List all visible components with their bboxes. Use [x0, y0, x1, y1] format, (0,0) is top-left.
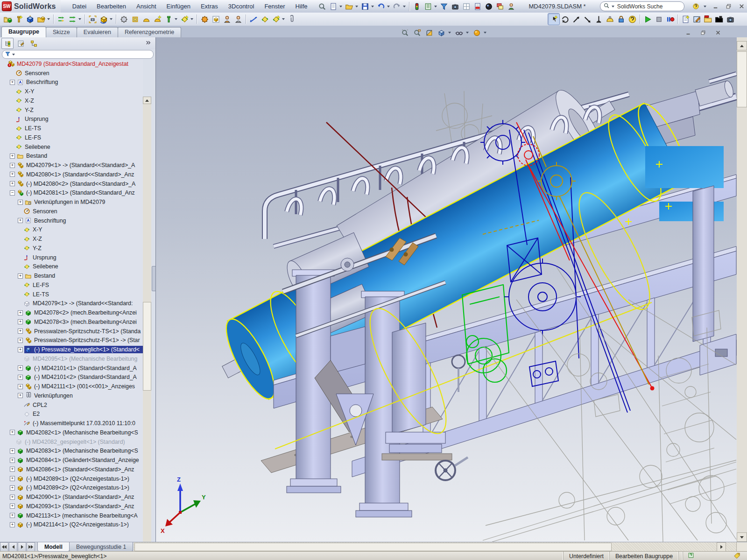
mate-star-button[interactable] — [179, 14, 190, 25]
undo-button[interactable] — [375, 1, 387, 12]
menu-3dcontrol[interactable]: 3Dcontrol — [223, 0, 260, 13]
tree-item[interactable]: Y-Z — [0, 105, 143, 115]
bottom-tab-bewegungsstudie-1[interactable]: Bewegungsstudie 1 — [69, 542, 133, 552]
traffic-light-button[interactable] — [411, 1, 423, 12]
ref-plane-star-dropdown-caret[interactable] — [282, 18, 285, 20]
tree-item[interactable]: Seilebene — [0, 142, 143, 152]
open-component-dropdown-caret[interactable] — [47, 18, 50, 20]
play-button[interactable] — [642, 14, 653, 25]
screen-capture-button[interactable] — [450, 1, 461, 12]
display-style-button[interactable] — [453, 27, 465, 38]
rotate-component-button[interactable] — [98, 14, 109, 25]
win-min-button[interactable] — [710, 1, 721, 12]
folder-dark-button[interactable] — [713, 14, 725, 25]
arrow-ne-button[interactable] — [571, 14, 582, 25]
arrow-se-button[interactable] — [582, 14, 593, 25]
redo-dropdown-caret[interactable] — [403, 6, 406, 7]
folder-red-button[interactable] — [702, 14, 713, 25]
person-orange-button[interactable] — [221, 14, 233, 25]
menu-bearbeiten[interactable]: Bearbeiten — [92, 0, 131, 13]
tree-item[interactable]: +MD42113<1> (mechanische Bearbeitung<A — [0, 511, 143, 520]
tree-expand-toggle[interactable]: + — [10, 154, 15, 159]
tree-expand-toggle[interactable]: + — [10, 172, 15, 177]
tree-item[interactable]: (-) MD42082_gespiegelt<1> (Standard) — [0, 437, 143, 447]
tree-expand-toggle[interactable]: + — [18, 393, 23, 398]
open-folder-dropdown-caret[interactable] — [355, 6, 358, 7]
component-pattern-button[interactable] — [56, 14, 67, 25]
tree-expand-toggle[interactable]: + — [18, 200, 23, 205]
tree-expand-toggle[interactable]: + — [18, 310, 23, 315]
tree-expand-toggle[interactable]: + — [18, 365, 23, 371]
tree-expand-toggle[interactable]: + — [18, 273, 23, 279]
gear-component-button[interactable] — [118, 14, 129, 25]
tree-item[interactable]: +MD42090<1> (Standard<<Standard>_Anz — [0, 492, 143, 502]
tree-item[interactable]: +(-) MD42101<1> (Standard<Standard_A — [0, 364, 143, 373]
bottom-tab-modell[interactable]: Modell — [37, 542, 70, 552]
scroll-up-arrow[interactable] — [143, 97, 151, 104]
tab-baugruppe[interactable]: Baugruppe — [1, 27, 46, 37]
scrollbar-thumb[interactable] — [737, 51, 747, 107]
tree-item[interactable]: CPL2 — [0, 400, 143, 410]
rotate-component-dropdown-caret[interactable] — [110, 18, 113, 20]
sheet-edit-button[interactable] — [691, 14, 702, 25]
bolt-green-dropdown-caret[interactable] — [175, 18, 177, 20]
help-question-button[interactable] — [627, 14, 638, 25]
tree-expand-toggle[interactable]: + — [10, 513, 15, 518]
tree-item[interactable]: +MD42080<1> (Standard<<Standard>_Anz — [0, 170, 143, 179]
save-dropdown-caret[interactable] — [371, 6, 374, 7]
insert-component-button[interactable] — [2, 14, 13, 25]
tree-expand-toggle[interactable]: + — [18, 384, 23, 389]
mate-star-dropdown-caret[interactable] — [190, 18, 193, 20]
status-tag-button[interactable] — [727, 552, 747, 560]
tree-item[interactable]: −(-) MD42081<1> (Standard<Standard_Anz — [0, 189, 143, 198]
tab-evaluieren[interactable]: Evaluieren — [77, 27, 118, 37]
tree-item[interactable]: +MD42082<1> (Mechanische Bearbeitung<S — [0, 428, 143, 437]
tree-item[interactable]: +(-) MD42080<2> (Standard<<Standard>_A — [0, 179, 143, 189]
bolt-green-button[interactable] — [163, 14, 174, 25]
rotate-view-button[interactable] — [559, 14, 571, 25]
window-cube-button[interactable] — [210, 14, 221, 25]
tree-item[interactable]: LE-FS — [0, 280, 143, 290]
tree-item[interactable]: LE-TS — [0, 290, 143, 299]
user-profile-button[interactable] — [506, 1, 517, 12]
tree-item[interactable]: Sensoren — [0, 69, 143, 78]
tree-item[interactable]: MD42079 (Standard<Standard_Anzeigestat — [0, 59, 143, 69]
search-input[interactable]: SolidWorks Suche — [600, 1, 684, 11]
tree-item[interactable]: +MD42079<1> -> (Standard<<Standard>_A — [0, 161, 143, 170]
box-frame-button[interactable] — [129, 14, 141, 25]
tree-expand-toggle[interactable]: + — [10, 467, 15, 472]
stop-button[interactable] — [653, 14, 664, 25]
arrange-windows-button[interactable] — [494, 1, 506, 12]
tree-item[interactable]: +MD42083<1> (Mechanische Bearbeitung<S — [0, 447, 143, 456]
tree-item[interactable]: Ursprung — [0, 253, 143, 262]
linear-pattern-button[interactable] — [67, 14, 78, 25]
search-caret-icon[interactable] — [612, 6, 614, 7]
pause-record-button[interactable] — [664, 14, 676, 25]
feature-filter-input[interactable] — [2, 50, 154, 59]
tree-item[interactable]: +Presswalzen-Spritzschutz-TS<1> (Standa — [0, 327, 143, 336]
zoom-fit-button[interactable] — [399, 27, 410, 38]
undo-dropdown-caret[interactable] — [387, 6, 390, 7]
tree-item[interactable]: +(-) MD42114<1> (Q2<Anzeigestatus-1>) — [0, 520, 143, 530]
note-new-button[interactable] — [680, 14, 691, 25]
scrollbar-thumb[interactable] — [134, 543, 612, 551]
display-style-dropdown-caret[interactable] — [466, 32, 469, 34]
tree-expand-toggle[interactable]: + — [18, 218, 23, 223]
redo-button[interactable] — [391, 1, 402, 12]
panel-overflow-button[interactable] — [145, 39, 152, 48]
camera-frame-button[interactable] — [87, 14, 98, 25]
tree-item[interactable]: Seilebene — [0, 262, 143, 272]
appearance-sphere-button[interactable] — [471, 27, 482, 38]
viewport-horizontal-scrollbar[interactable] — [134, 542, 736, 552]
tree-item[interactable]: Sensoren — [0, 207, 143, 216]
ref-plane-star-button[interactable] — [270, 14, 282, 25]
tab-nav-last-button[interactable] — [27, 542, 35, 552]
tree-expand-toggle[interactable]: + — [10, 495, 15, 500]
tree-expand-toggle[interactable]: + — [10, 522, 15, 527]
pdf-doc-button[interactable] — [472, 1, 483, 12]
scroll-up-arrow[interactable] — [737, 41, 747, 50]
menu-fenster[interactable]: Fenster — [259, 0, 290, 13]
tree-item[interactable]: +Beschriftung — [0, 78, 143, 87]
filter-caret-icon[interactable] — [12, 54, 15, 56]
tree-item[interactable]: +Bestand — [0, 271, 143, 280]
